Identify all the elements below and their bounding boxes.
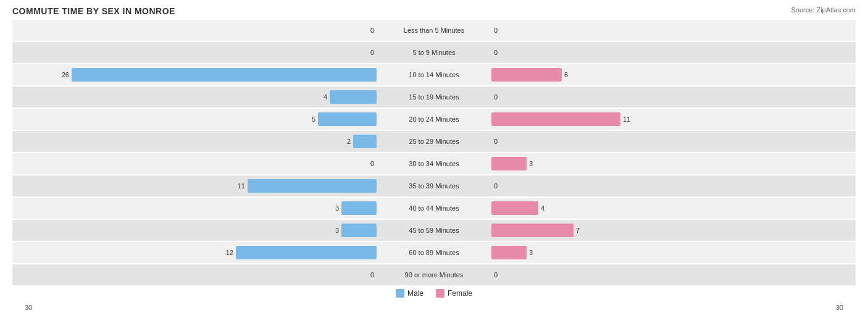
legend-male-box (396, 289, 404, 298)
male-value: 3 (335, 204, 339, 212)
male-value: 12 (226, 249, 233, 256)
male-section: 11 (12, 175, 377, 196)
row-label: 10 to 14 Minutes (377, 71, 491, 78)
male-section: 3 (12, 198, 377, 219)
female-value: 0 (494, 182, 498, 190)
row-label: 40 to 44 Minutes (377, 204, 491, 212)
row-label: 90 or more Minutes (377, 271, 491, 279)
female-value: 0 (494, 93, 498, 101)
row-label: 15 to 19 Minutes (377, 93, 491, 101)
female-section: 6 (491, 64, 856, 85)
legend-female-box (436, 289, 444, 298)
row-label: 25 to 29 Minutes (377, 138, 491, 145)
legend-male-label: Male (407, 289, 424, 298)
male-section: 4 (12, 86, 377, 107)
male-value: 2 (347, 138, 351, 145)
male-bar (318, 112, 377, 126)
female-bar (491, 112, 620, 126)
female-value: 4 (541, 204, 545, 212)
male-value: 5 (312, 115, 315, 123)
female-value: 3 (529, 160, 533, 167)
row-label: 35 to 39 Minutes (377, 182, 491, 190)
chart-row: 520 to 24 Minutes11 (12, 109, 856, 130)
male-value: 26 (62, 71, 69, 78)
female-section: 0 (491, 20, 856, 41)
male-bar (236, 246, 377, 259)
row-label: 45 to 59 Minutes (377, 227, 491, 234)
male-value: 0 (370, 160, 374, 167)
row-label: 20 to 24 Minutes (377, 115, 491, 123)
chart-row: 2610 to 14 Minutes6 (12, 64, 856, 85)
female-section: 0 (491, 264, 856, 285)
female-value: 7 (576, 227, 580, 234)
chart-container: COMMUTE TIME BY SEX IN MONROE Source: Zi… (0, 0, 868, 323)
male-section: 5 (12, 109, 377, 130)
chart-row: 225 to 29 Minutes0 (12, 131, 856, 152)
female-section: 3 (491, 242, 856, 263)
row-label: 60 to 89 Minutes (377, 249, 491, 256)
row-label: 5 to 9 Minutes (377, 49, 491, 56)
row-label: 30 to 34 Minutes (377, 160, 491, 167)
female-bar (491, 246, 527, 259)
male-bar (330, 90, 377, 104)
male-bar (353, 135, 377, 148)
female-value: 0 (494, 27, 498, 34)
male-value: 0 (370, 271, 374, 279)
male-section: 3 (12, 220, 377, 241)
chart-area: 0Less than 5 Minutes005 to 9 Minutes0261… (12, 20, 856, 285)
chart-title: COMMUTE TIME BY SEX IN MONROE (12, 6, 856, 16)
legend: Male Female (12, 289, 856, 298)
row-label: Less than 5 Minutes (377, 27, 491, 34)
female-bar (491, 157, 527, 170)
male-bar (72, 68, 377, 82)
legend-female-label: Female (448, 289, 472, 298)
female-bar (491, 224, 574, 237)
axis-left-label: 30 (25, 304, 32, 311)
female-value: 0 (494, 138, 498, 145)
female-section: 0 (491, 175, 856, 196)
male-value: 0 (370, 27, 374, 34)
male-section: 0 (12, 153, 377, 174)
male-section: 0 (12, 264, 377, 285)
female-section: 0 (491, 42, 856, 63)
female-section: 7 (491, 220, 856, 241)
chart-row: 1135 to 39 Minutes0 (12, 175, 856, 196)
female-section: 4 (491, 198, 856, 219)
female-value: 0 (494, 49, 498, 56)
male-value: 4 (323, 93, 327, 101)
female-value: 3 (529, 249, 533, 256)
source-label: Source: ZipAtlas.com (791, 6, 856, 14)
chart-row: 0Less than 5 Minutes0 (12, 20, 856, 41)
female-section: 11 (491, 109, 856, 130)
chart-row: 1260 to 89 Minutes3 (12, 242, 856, 263)
male-section: 0 (12, 20, 377, 41)
male-value: 11 (238, 182, 245, 190)
male-value: 0 (370, 49, 374, 56)
male-bar (248, 179, 377, 193)
female-value: 0 (494, 271, 498, 279)
male-section: 26 (12, 64, 377, 85)
female-value: 6 (564, 71, 568, 78)
legend-female: Female (436, 289, 472, 298)
chart-row: 030 to 34 Minutes3 (12, 153, 856, 174)
female-bar (491, 201, 538, 215)
chart-row: 05 to 9 Minutes0 (12, 42, 856, 63)
female-value: 11 (623, 115, 630, 123)
female-bar (491, 68, 562, 82)
male-section: 2 (12, 131, 377, 152)
chart-row: 415 to 19 Minutes0 (12, 86, 856, 107)
chart-row: 340 to 44 Minutes4 (12, 198, 856, 219)
male-bar (341, 224, 377, 237)
chart-row: 090 or more Minutes0 (12, 264, 856, 285)
male-section: 0 (12, 42, 377, 63)
male-section: 12 (12, 242, 377, 263)
axis-right-label: 30 (836, 304, 843, 311)
female-section: 3 (491, 153, 856, 174)
male-value: 3 (335, 227, 339, 234)
male-bar (341, 201, 377, 215)
female-section: 0 (491, 131, 856, 152)
legend-male: Male (396, 289, 424, 298)
female-section: 0 (491, 86, 856, 107)
chart-row: 345 to 59 Minutes7 (12, 220, 856, 241)
